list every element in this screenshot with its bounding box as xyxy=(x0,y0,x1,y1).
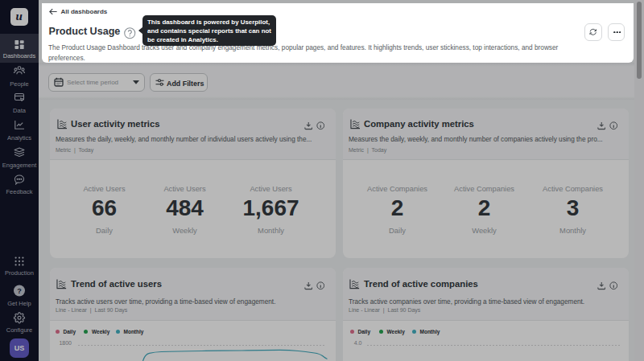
svg-text:?: ? xyxy=(17,287,22,295)
